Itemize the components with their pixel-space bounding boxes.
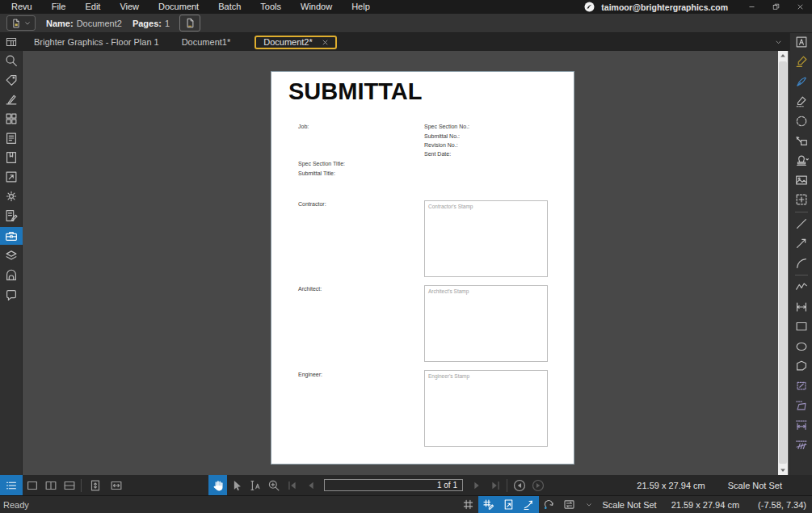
nav-first-icon <box>283 475 301 495</box>
text-box-icon[interactable] <box>792 34 811 50</box>
cursor-coordinates: (-7.58, 7.34) <box>758 500 806 510</box>
close-button[interactable] <box>788 0 812 14</box>
settings-icon[interactable] <box>2 188 21 204</box>
menu-revu[interactable]: Revu <box>2 0 42 14</box>
scrollbar-thumb[interactable] <box>779 61 787 464</box>
menu-file[interactable]: File <box>42 0 76 14</box>
grid-icon[interactable] <box>458 496 478 513</box>
file-access-icon[interactable] <box>2 149 21 166</box>
contractor-label: Contractor: <box>298 201 326 208</box>
restore-button[interactable] <box>764 0 788 14</box>
document-canvas[interactable]: SUBMITTAL Job: Spec Section No.: Submitt… <box>23 51 789 475</box>
tab-close-icon[interactable] <box>321 38 330 47</box>
menu-batch[interactable]: Batch <box>208 0 250 14</box>
line-icon[interactable] <box>792 216 811 232</box>
measure-perimeter-icon[interactable] <box>792 397 811 414</box>
markup-summary-icon[interactable] <box>2 208 21 224</box>
scale-dropdown-chevron[interactable] <box>583 496 595 513</box>
split-horizontal-icon[interactable] <box>60 475 78 495</box>
polygon-icon[interactable] <box>792 358 811 374</box>
page-indicator-input[interactable]: 1 of 1 <box>324 479 463 491</box>
document-file-icon <box>11 18 22 29</box>
thumbnails-icon[interactable] <box>2 111 21 127</box>
scale-not-set-label[interactable]: Scale Not Set <box>602 500 656 510</box>
measure-count-icon[interactable] <box>792 437 811 453</box>
ellipse-icon[interactable] <box>792 338 811 355</box>
measure-area-icon[interactable] <box>792 377 811 393</box>
scroll-up-icon[interactable] <box>778 51 788 61</box>
sync-views-icon[interactable] <box>559 496 579 513</box>
minimize-button[interactable] <box>739 0 764 14</box>
text-select-icon[interactable] <box>246 475 264 495</box>
panel-divider <box>795 275 808 275</box>
document-selector-dropdown[interactable] <box>6 15 36 31</box>
eraser-icon[interactable] <box>792 93 811 109</box>
markup-list-icon[interactable] <box>0 475 23 495</box>
sent-date-label: Sent Date: <box>424 151 451 158</box>
menu-tools[interactable]: Tools <box>250 0 291 14</box>
snapshot-icon[interactable] <box>792 191 811 208</box>
menu-window[interactable]: Window <box>291 0 342 14</box>
pages-label: Pages: <box>133 19 162 28</box>
polyline-icon[interactable] <box>792 279 811 295</box>
toolbar-separator <box>81 479 82 492</box>
document-tab-bar: Brighter Graphics - Floor Plan 1Document… <box>0 33 789 51</box>
callout-icon[interactable] <box>792 132 811 149</box>
highlighter-icon[interactable] <box>792 53 811 69</box>
spec-section-title-label: Spec Section Title: <box>298 161 345 167</box>
fit-width-icon[interactable] <box>107 475 125 495</box>
menu-view[interactable]: View <box>110 0 149 14</box>
document-tab-1[interactable]: Brighter Graphics - Floor Plan 1 <box>23 33 170 51</box>
arrow-icon[interactable] <box>792 235 811 251</box>
zoom-icon[interactable] <box>264 475 283 495</box>
panel-divider <box>795 212 808 212</box>
tab-overflow-chevron[interactable] <box>774 38 783 47</box>
pages-value: 1 <box>165 19 170 28</box>
pen-icon[interactable] <box>792 74 811 90</box>
name-value: Document2 <box>77 19 122 28</box>
image-icon[interactable] <box>792 172 811 188</box>
cloud-icon[interactable] <box>792 113 811 129</box>
split-vertical-icon[interactable] <box>41 475 60 495</box>
vertical-scrollbar[interactable] <box>778 51 788 475</box>
revision-no-label: Revision No.: <box>424 142 458 149</box>
pan-icon[interactable] <box>208 475 227 495</box>
snap-grid-icon[interactable] <box>478 496 499 513</box>
tool-chest-icon[interactable] <box>0 227 23 245</box>
menu-document[interactable]: Document <box>149 0 208 14</box>
menu-edit[interactable]: Edit <box>75 0 110 14</box>
stamp-icon[interactable] <box>792 152 811 168</box>
select-icon[interactable] <box>227 475 246 495</box>
architect-label: Architect: <box>298 286 322 292</box>
studio-icon[interactable] <box>2 267 21 284</box>
page-dimensions: 21.59 x 27.94 cm <box>637 481 705 490</box>
arc-icon[interactable] <box>792 255 811 271</box>
layers-icon[interactable] <box>2 248 21 264</box>
scroll-down-icon[interactable] <box>778 465 788 475</box>
menu-help[interactable]: Help <box>342 0 380 14</box>
document-tab-3[interactable]: Document2* <box>255 36 337 49</box>
bookmarks-icon[interactable] <box>2 130 21 146</box>
insert-page-button[interactable] <box>179 15 200 32</box>
document-property-bar: Name: Document2 Pages: 1 <box>0 14 812 33</box>
search-icon[interactable] <box>2 53 21 69</box>
tab-access-button[interactable] <box>0 33 23 51</box>
tab-label: Document1* <box>182 37 231 47</box>
snap-markup-icon[interactable] <box>519 496 539 513</box>
properties-icon[interactable] <box>2 72 21 88</box>
snap-content-icon[interactable] <box>499 496 519 513</box>
reuse-tool-icon[interactable] <box>539 496 559 513</box>
previous-view-icon[interactable] <box>510 475 528 495</box>
bottom-toolbar: 1 of 1 21.59 x 27.94 cm Scale Not Set <box>0 475 812 495</box>
links-icon[interactable] <box>2 287 21 303</box>
rectangle-icon[interactable] <box>792 318 811 334</box>
menu-bar: RevuFileEditViewDocumentBatchToolsWindow… <box>0 0 380 14</box>
measure-length-icon[interactable] <box>792 417 811 433</box>
document-tab-2[interactable]: Document1* <box>170 33 242 51</box>
spaces-icon[interactable] <box>2 169 21 185</box>
single-pane-icon[interactable] <box>23 475 41 495</box>
fit-page-icon[interactable] <box>84 475 107 495</box>
signature-icon[interactable] <box>2 91 21 107</box>
pdf-page[interactable]: SUBMITTAL Job: Spec Section No.: Submitt… <box>271 71 574 465</box>
dimension-icon[interactable] <box>792 299 811 315</box>
